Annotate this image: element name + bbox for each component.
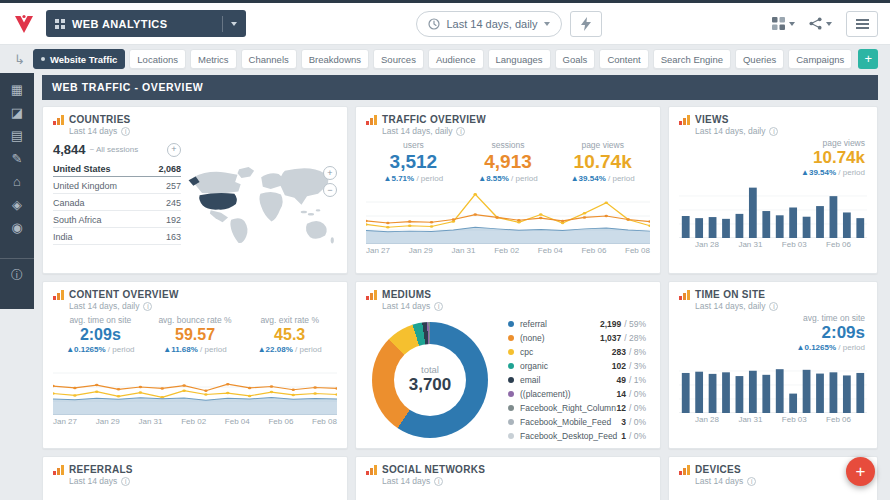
traffic-overview-panel: TRAFFIC OVERVIEW Last 14 days, daily use… bbox=[355, 106, 661, 274]
tab-website-traffic[interactable]: Website Traffic bbox=[33, 49, 125, 69]
metric-period: / period bbox=[608, 174, 635, 183]
sidebar: ▦ ◪ ▤ ✎ ⌂ ◈ ◉ ⓘ bbox=[0, 73, 34, 309]
reports-icon[interactable]: ◪ bbox=[11, 106, 23, 119]
info-icon[interactable] bbox=[434, 302, 443, 311]
x-axis-label: Jan 29 bbox=[96, 417, 120, 426]
share-dropdown[interactable] bbox=[809, 17, 832, 30]
info-icon[interactable] bbox=[121, 477, 130, 486]
legend-item[interactable]: Facebook_Right_Column 12/ 0% bbox=[508, 401, 646, 414]
world-map[interactable]: + − bbox=[187, 142, 337, 270]
legend-item[interactable]: ((placement)) 14/ 0% bbox=[508, 387, 646, 400]
legend-share: / 3% bbox=[629, 361, 646, 371]
info-icon[interactable] bbox=[143, 302, 152, 311]
info-icon[interactable] bbox=[769, 302, 778, 311]
clipboard-icon[interactable]: ▤ bbox=[11, 129, 23, 142]
info-icon[interactable] bbox=[456, 127, 465, 136]
info-icon[interactable] bbox=[769, 127, 778, 136]
legend-value: 102 bbox=[612, 361, 626, 371]
add-tab-button[interactable]: + bbox=[858, 49, 878, 69]
legend-item[interactable]: referral 2,199/ 59% bbox=[508, 317, 646, 330]
x-axis-labels: Jan 27Jan 29Jan 31Feb 02Feb 04Feb 06Feb … bbox=[53, 417, 337, 426]
time-on-site-bar-chart[interactable] bbox=[679, 357, 867, 413]
panel-subtitle: Last 14 days bbox=[382, 301, 430, 311]
legend-dot bbox=[508, 419, 514, 425]
traffic-line-chart[interactable] bbox=[366, 188, 650, 244]
info-icon[interactable]: ⓘ bbox=[0, 258, 34, 281]
country-row[interactable]: South Africa 192 bbox=[53, 211, 181, 228]
menu-button[interactable] bbox=[846, 11, 878, 37]
map-zoom-in-button[interactable]: + bbox=[323, 166, 337, 180]
metric-delta: ▲0.1265% bbox=[797, 343, 837, 352]
x-axis-label: Jan 31 bbox=[738, 415, 762, 424]
tab-locations[interactable]: Locations bbox=[129, 49, 186, 69]
content-line-chart[interactable] bbox=[53, 359, 337, 415]
widgets-dropdown[interactable] bbox=[772, 17, 795, 30]
tab-breakdowns[interactable]: Breakdowns bbox=[301, 49, 369, 69]
legend-item[interactable]: email 49/ 1% bbox=[508, 373, 646, 386]
panel-title: DEVICES bbox=[695, 464, 867, 475]
date-range-dropdown[interactable]: Last 14 days, daily bbox=[416, 11, 561, 37]
tab-channels[interactable]: Channels bbox=[241, 49, 297, 69]
legend-item[interactable]: organic 102/ 3% bbox=[508, 359, 646, 372]
x-axis-label: Jan 27 bbox=[53, 417, 77, 426]
legend-item[interactable]: cpc 283/ 8% bbox=[508, 345, 646, 358]
topbar-right-group bbox=[772, 11, 878, 37]
metric-delta: ▲39.54% bbox=[801, 168, 836, 177]
dashboard-icon[interactable]: ▦ bbox=[11, 83, 23, 96]
panel-title: TRAFFIC OVERVIEW bbox=[382, 114, 650, 125]
tab-queries[interactable]: Queries bbox=[735, 49, 784, 69]
views-bar-chart[interactable] bbox=[679, 182, 867, 238]
add-segment-button[interactable]: + bbox=[167, 143, 181, 157]
add-widget-fab[interactable]: + bbox=[846, 457, 875, 486]
tab-languages[interactable]: Languages bbox=[488, 49, 551, 69]
tab-label: Audience bbox=[436, 54, 476, 65]
lightning-icon bbox=[581, 17, 591, 31]
tab-content[interactable]: Content bbox=[599, 49, 648, 69]
x-axis-label: Jan 31 bbox=[138, 417, 162, 426]
mediums-donut-chart[interactable]: total 3,700 bbox=[372, 322, 488, 438]
tag-icon[interactable]: ◈ bbox=[12, 198, 22, 211]
sessions-total: 4,844 bbox=[53, 142, 86, 157]
user-icon[interactable]: ◉ bbox=[11, 221, 22, 234]
country-row[interactable]: India 163 bbox=[53, 228, 181, 245]
chart-icon bbox=[679, 115, 691, 125]
panel-subtitle: Last 14 days bbox=[69, 476, 117, 486]
donut-center: total 3,700 bbox=[394, 344, 466, 416]
info-icon[interactable] bbox=[747, 477, 756, 486]
tab-goals[interactable]: Goals bbox=[555, 49, 596, 69]
metric-delta: ▲11.68% bbox=[163, 345, 198, 354]
country-row[interactable]: Canada 245 bbox=[53, 194, 181, 211]
users-metric: users 3,512 ▲5.71% / period bbox=[366, 140, 461, 183]
tab-sources[interactable]: Sources bbox=[373, 49, 424, 69]
sessions-metric: sessions 4,913 ▲8.55% / period bbox=[461, 140, 556, 183]
workspace-dropdown[interactable]: WEB ANALYTICS bbox=[46, 10, 246, 37]
tab-label: Search Engine bbox=[661, 54, 723, 65]
edit-icon[interactable]: ✎ bbox=[12, 152, 23, 165]
metric-label: avg. exit rate % bbox=[242, 315, 337, 325]
legend-dot bbox=[508, 377, 514, 383]
map-zoom-out-button[interactable]: − bbox=[323, 183, 337, 197]
panel-subtitle: Last 14 days bbox=[69, 126, 117, 136]
panel-title: COUNTRIES bbox=[69, 114, 337, 125]
legend-share: / 0% bbox=[629, 403, 646, 413]
legend-item[interactable]: (none) 1,037/ 28% bbox=[508, 331, 646, 344]
panel-subtitle: Last 14 days, daily bbox=[695, 301, 765, 311]
country-sessions: 257 bbox=[166, 181, 181, 191]
tab-audience[interactable]: Audience bbox=[428, 49, 484, 69]
country-row[interactable]: United Kingdom 257 bbox=[53, 177, 181, 194]
tab-label: Breakdowns bbox=[309, 54, 361, 65]
panel-subtitle: Last 14 days bbox=[695, 476, 743, 486]
legend-item[interactable]: Facebook_Desktop_Feed 1/ 0% bbox=[508, 429, 646, 442]
legend-item[interactable]: Facebook_Mobile_Feed 3/ 0% bbox=[508, 415, 646, 428]
annotations-button[interactable] bbox=[570, 11, 602, 37]
tab-campaigns[interactable]: Campaigns bbox=[788, 49, 852, 69]
country-row[interactable]: United States 2,068 bbox=[53, 160, 181, 177]
info-icon[interactable] bbox=[121, 127, 130, 136]
info-icon[interactable] bbox=[434, 477, 443, 486]
panel-subtitle: Last 14 days bbox=[382, 476, 430, 486]
app-logo-icon[interactable] bbox=[12, 12, 36, 36]
tab-metrics[interactable]: Metrics bbox=[190, 49, 237, 69]
chart-icon bbox=[679, 465, 691, 475]
tab-search-engine[interactable]: Search Engine bbox=[653, 49, 731, 69]
bank-icon[interactable]: ⌂ bbox=[13, 175, 21, 188]
